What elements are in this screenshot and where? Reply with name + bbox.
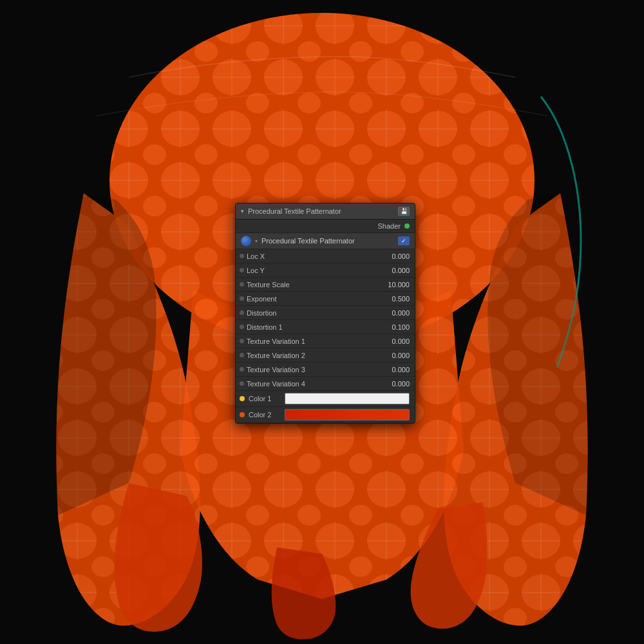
param-value[interactable]: 10.000 [381,281,410,289]
param-dot [240,325,244,329]
scene: ▾ Procedural Textile Patternator 💾 Shade… [0,0,644,644]
shader-label: Shader [378,222,401,230]
shader-row: Shader [236,220,415,233]
param-dot [240,367,244,372]
color-2-swatch[interactable] [285,409,410,421]
param-label: Loc X [247,252,378,260]
param-value[interactable]: 0.100 [381,323,410,331]
shader-status-dot [404,223,410,229]
param-label: Texture Variation 3 [247,366,378,374]
param-row[interactable]: Exponent0.500 [236,292,415,306]
param-label: Distortion [247,309,378,317]
param-dot [240,282,244,287]
param-label: Loc Y [247,267,378,274]
node-label: Procedural Textile Patternator [261,237,394,245]
param-value[interactable]: 0.000 [381,352,410,359]
param-dot [240,268,244,272]
param-value[interactable]: 0.000 [381,252,410,260]
param-dot [240,254,244,258]
param-value[interactable]: 0.500 [381,295,410,303]
param-value[interactable]: 0.000 [381,267,410,274]
param-value[interactable]: 0.000 [381,309,410,317]
save-button[interactable]: 💾 [398,207,410,216]
param-label: Texture Variation 1 [247,337,378,345]
param-label: Texture Scale [247,281,378,289]
param-value[interactable]: 0.000 [381,366,410,374]
param-row[interactable]: Distortion0.000 [236,306,415,320]
color-2-row[interactable]: Color 2 [236,407,415,423]
param-row[interactable]: Loc X0.000 [236,249,415,263]
param-dot [240,353,244,357]
param-row[interactable]: Loc Y0.000 [236,263,415,278]
panel-header-left: ▾ Procedural Textile Patternator [241,207,341,215]
color-1-row[interactable]: Color 1 [236,391,415,407]
param-row[interactable]: Texture Variation 40.000 [236,377,415,391]
param-value[interactable]: 0.000 [381,380,410,388]
param-row[interactable]: Texture Scale10.000 [236,278,415,292]
check-icon[interactable]: ✓ [398,236,410,245]
param-dot [240,296,244,301]
param-label: Texture Variation 2 [247,352,378,359]
color-2-label: Color 2 [249,411,281,419]
param-dot [240,381,244,386]
param-dot [240,310,244,315]
node-selector-row[interactable]: ▾ Procedural Textile Patternator ✓ [236,233,415,249]
param-dot [240,339,244,343]
color-1-dot [240,396,245,401]
color-1-swatch[interactable] [285,393,410,404]
color-2-dot [240,412,245,417]
param-label: Distortion 1 [247,323,378,331]
collapse-icon[interactable]: ▾ [241,208,244,214]
save-icon: 💾 [401,208,408,214]
param-row[interactable]: Texture Variation 30.000 [236,363,415,377]
panel-header[interactable]: ▾ Procedural Textile Patternator 💾 [236,204,415,220]
chevron-down-icon: ▾ [255,238,258,244]
param-label: Exponent [247,295,378,303]
params-list: Loc X0.000Loc Y0.000Texture Scale10.000E… [236,249,415,391]
param-row[interactable]: Distortion 10.100 [236,320,415,334]
param-row[interactable]: Texture Variation 20.000 [236,348,415,363]
properties-panel: ▾ Procedural Textile Patternator 💾 Shade… [235,203,415,424]
panel-title: Procedural Textile Patternator [248,207,341,215]
globe-icon [241,236,251,246]
param-row[interactable]: Texture Variation 10.000 [236,334,415,348]
param-label: Texture Variation 4 [247,380,378,388]
color-1-label: Color 1 [249,395,281,402]
param-value[interactable]: 0.000 [381,337,410,345]
